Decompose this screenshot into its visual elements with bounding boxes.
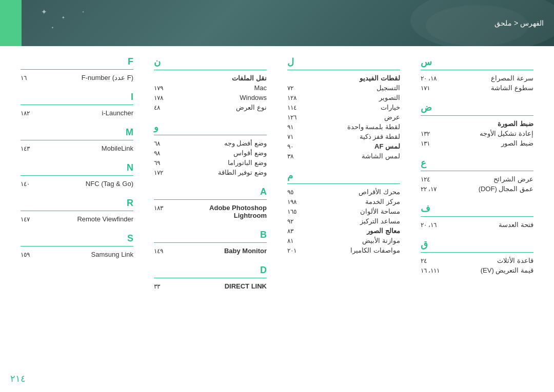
column-arabic-3: ن نقل الملفات Mac ١٧٩ Windows ١٧٨ نوع ال… xyxy=(149,56,272,300)
list-item: قاعدة الأثلاث ٢٤ xyxy=(421,257,533,264)
letter-B: B xyxy=(154,230,267,243)
letter-qaf: ق xyxy=(421,239,533,253)
letter-A: A xyxy=(154,187,267,200)
section-B: B Baby Monitor ١٤٩ xyxy=(154,230,267,255)
section-N: N ١٤٠ NFC (Tag & Go) xyxy=(21,162,133,188)
letter-R: R xyxy=(21,198,133,211)
list-item: التصوير ١٢٨ xyxy=(287,94,400,101)
list-item: خيارات ١١٤ xyxy=(287,104,400,111)
section-S: S ١٥٩ Samsung Link xyxy=(21,233,133,258)
section-lam: ل لقطات الفيديو التسجيل ٧٢ التصوير ١٢٨ خ… xyxy=(287,56,400,160)
section-meem: م محرك الأقراص ٩٥ مركز الخدمة ١٩٨ مساحة … xyxy=(287,170,400,254)
section-F: F ١٦ F-number (عدد F) xyxy=(21,56,133,81)
list-item: ١٤٧ Remote Viewfinder xyxy=(21,215,133,223)
list-item: موازنة الأبيض ٨١ xyxy=(287,237,400,244)
list-item: مساعد التركيز ٩٢ xyxy=(287,217,400,225)
list-item: فتحة العدسة ١٦، ٢٠ xyxy=(421,221,533,229)
letter-S: S xyxy=(21,233,133,246)
list-item: إعادة تشكيل الأوجه ١٣٢ xyxy=(421,130,533,137)
letter-seen: س xyxy=(421,56,533,70)
list-item: محرك الأقراص ٩٥ xyxy=(287,188,400,196)
list-item: ١٥٩ Samsung Link xyxy=(21,251,133,258)
section-I: I ١٨٢ i-Launcher xyxy=(21,92,133,117)
column-latin: F ١٦ F-number (عدد F) I ١٨٢ i-Launcher M… xyxy=(15,56,138,300)
header-bar: ✦ ✦ ✦ ✦ الفهرس < ملحق xyxy=(0,0,554,46)
list-item: التسجيل ٧٢ xyxy=(287,84,400,92)
list-item: Baby Monitor ١٤٩ xyxy=(154,247,267,255)
letter-waw: و xyxy=(154,121,267,135)
list-item: عرض ١٢٦ xyxy=(287,113,400,121)
letter-I: I xyxy=(21,92,133,105)
letter-fa: ف xyxy=(421,203,533,217)
list-item: ضبط الصورة xyxy=(421,120,533,128)
green-accent xyxy=(0,0,22,46)
list-item: Adobe PhotoshopLightroom ١٨٣ xyxy=(154,204,267,219)
section-R: R ١٤٧ Remote Viewfinder xyxy=(21,198,133,223)
page-number: ٢١٤ xyxy=(10,373,26,384)
list-item: Windows ١٧٨ xyxy=(154,94,267,101)
section-M: M ١٤٣ MobileLink xyxy=(21,127,133,152)
column-arabic-1: س سرعة المصراع ١٨، ٢٠ سطوع الشاشة ١٧١ ض … xyxy=(416,56,539,300)
star-decoration: ✦ xyxy=(82,10,84,13)
list-item: لقطة بلمسة واحدة ٩١ xyxy=(287,123,400,131)
list-item: مساحة الألوان ١٦٥ xyxy=(287,208,400,215)
list-item: لمس الشاشة ٣٨ xyxy=(287,152,400,160)
list-item: ضبط الصور ١٣١ xyxy=(421,139,533,147)
list-item: ١٦ F-number (عدد F) xyxy=(21,74,133,81)
letter-ain: ع xyxy=(421,157,533,171)
list-item: وضع أفضل وجه ٦٨ xyxy=(154,139,267,147)
list-item: ١٤٣ MobileLink xyxy=(21,145,133,152)
list-item: نقل الملفات xyxy=(154,74,267,82)
list-item: وضع توفير الطاقة ١٧٢ xyxy=(154,169,267,176)
list-item: لقطات الفيديو xyxy=(287,74,400,82)
content-wrapper: س سرعة المصراع ١٨، ٢٠ سطوع الشاشة ١٧١ ض … xyxy=(0,46,554,392)
list-item: عمق المجال (DOF) ١٧، ٢٢ xyxy=(421,185,533,193)
section-ain: ع عرض الشرائح ١٢٤ عمق المجال (DOF) ١٧، ٢… xyxy=(421,157,533,193)
letter-D: D xyxy=(154,265,267,278)
list-item: ١٨٢ i-Launcher xyxy=(21,109,133,117)
list-item: مركز الخدمة ١٩٨ xyxy=(287,198,400,205)
list-item: لمس AF ٩٠ xyxy=(287,142,400,150)
section-dhad: ض ضبط الصورة إعادة تشكيل الأوجه ١٣٢ ضبط … xyxy=(421,102,533,147)
list-item: عرض الشرائح ١٢٤ xyxy=(421,175,533,183)
letter-M: M xyxy=(21,127,133,140)
list-item: لقطة قفز ذكية ٧١ xyxy=(287,133,400,140)
list-item: سطوع الشاشة ١٧١ xyxy=(421,84,533,92)
list-item: وضع أقواس ٩٨ xyxy=(154,149,267,157)
index-content: س سرعة المصراع ١٨، ٢٠ سطوع الشاشة ١٧١ ض … xyxy=(0,46,554,305)
letter-meem: م xyxy=(287,170,400,184)
section-A: A Adobe PhotoshopLightroom ١٨٣ xyxy=(154,187,267,219)
section-waw: و وضع أفضل وجه ٦٨ وضع أقواس ٩٨ وضع البات… xyxy=(154,121,267,176)
section-seen: س سرعة المصراع ١٨، ٢٠ سطوع الشاشة ١٧١ xyxy=(421,56,533,92)
star-decoration: ✦ xyxy=(62,15,65,20)
list-item: معالج الصور ٨٣ xyxy=(287,227,400,235)
column-arabic-2: ل لقطات الفيديو التسجيل ٧٢ التصوير ١٢٨ خ… xyxy=(282,56,405,300)
list-item: DIRECT LINK ٣٣ xyxy=(154,282,267,290)
letter-dhad: ض xyxy=(421,102,533,116)
letter-N: N xyxy=(21,162,133,176)
breadcrumb: الفهرس < ملحق xyxy=(494,19,544,27)
list-item: Mac ١٧٩ xyxy=(154,84,267,92)
letter-F: F xyxy=(21,56,133,70)
star-decoration: ✦ xyxy=(41,8,47,16)
list-item: مواصفات الكاميرا ٢٠١ xyxy=(287,246,400,254)
list-item: سرعة المصراع ١٨، ٢٠ xyxy=(421,74,533,82)
star-decoration: ✦ xyxy=(51,26,54,29)
letter-noon: ن xyxy=(154,56,267,70)
section-noon: ن نقل الملفات Mac ١٧٩ Windows ١٧٨ نوع ال… xyxy=(154,56,267,111)
letter-lam: ل xyxy=(287,56,400,70)
list-item: وضع الباتوراما ٦٩ xyxy=(154,159,267,167)
list-item: نوع العرض ٤٨ xyxy=(154,104,267,111)
list-item: قيمة التعريض (EV) ١١١، ١٦ xyxy=(421,266,533,274)
section-D: D DIRECT LINK ٣٣ xyxy=(154,265,267,290)
section-fa: ف فتحة العدسة ١٦، ٢٠ xyxy=(421,203,533,229)
list-item: ١٤٠ NFC (Tag & Go) xyxy=(21,180,133,188)
section-qaf: ق قاعدة الأثلاث ٢٤ قيمة التعريض (EV) ١١١… xyxy=(421,239,533,274)
